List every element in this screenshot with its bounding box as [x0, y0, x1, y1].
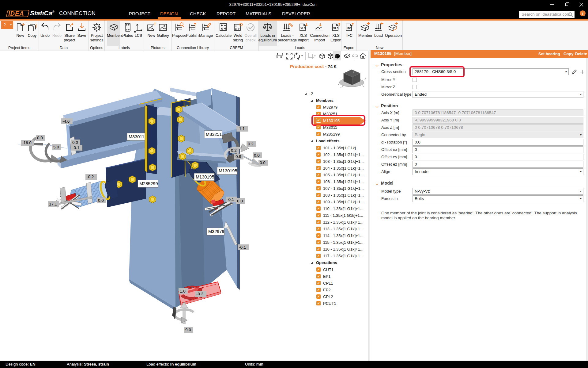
- svg-text:5.0: 5.0: [53, 145, 59, 149]
- svg-text:0.0: 0.0: [98, 198, 104, 203]
- svg-text:M33011: M33011: [129, 134, 144, 139]
- svg-text:0.2: 0.2: [231, 148, 237, 153]
- svg-text:M32979: M32979: [208, 229, 224, 234]
- svg-text:-0.2: -0.2: [87, 174, 94, 179]
- svg-text:0.9: 0.9: [236, 154, 241, 159]
- svg-text:-16.0: -16.0: [22, 140, 32, 145]
- svg-text:-0.3: -0.3: [196, 292, 203, 296]
- svg-text:9.0: 9.0: [185, 328, 191, 332]
- svg-text:0.0: 0.0: [37, 136, 43, 140]
- svg-text:M130195: M130195: [219, 168, 237, 173]
- svg-text:0.0: 0.0: [254, 153, 260, 158]
- svg-text:-0.1: -0.1: [239, 245, 246, 250]
- svg-text:0.0: 0.0: [72, 140, 78, 145]
- svg-text:0.0: 0.0: [237, 199, 243, 203]
- svg-text:M285299: M285299: [139, 181, 158, 186]
- svg-text:-0.1: -0.1: [72, 145, 79, 150]
- svg-text:-1.1: -1.1: [238, 126, 245, 131]
- svg-text:0.2: 0.2: [248, 142, 254, 146]
- svg-text:17.1: 17.1: [49, 202, 57, 206]
- svg-text:-0.1: -0.1: [227, 197, 234, 202]
- svg-text:0.0: 0.0: [260, 160, 266, 165]
- svg-text:-4.6: -4.6: [62, 119, 70, 124]
- svg-text:M130195: M130195: [196, 174, 214, 179]
- svg-text:1.0: 1.0: [180, 289, 186, 293]
- svg-text:M33251: M33251: [206, 132, 222, 137]
